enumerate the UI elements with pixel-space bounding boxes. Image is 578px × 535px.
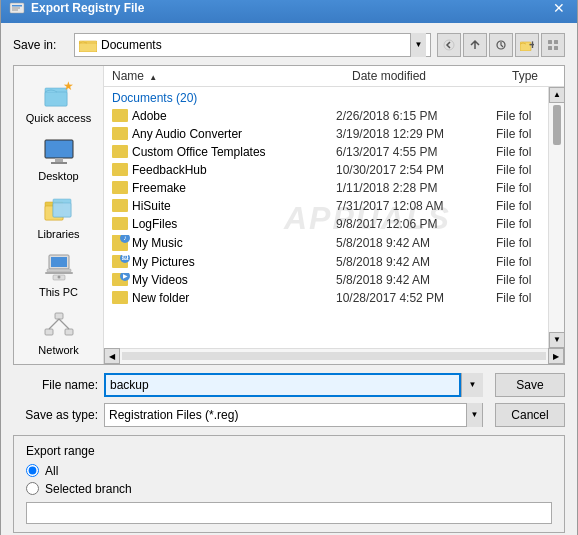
up-button[interactable]: [463, 33, 487, 57]
file-row[interactable]: Any Audio Converter 3/19/2018 12:29 PM F…: [104, 125, 548, 143]
sidebar-item-quick-access[interactable]: ★ Quick access: [19, 74, 99, 128]
scroll-track[interactable]: [549, 103, 564, 332]
file-list-body: Documents (20) Adobe 2/26/2018 6:15 PM F…: [104, 87, 548, 307]
svg-rect-32: [45, 329, 53, 335]
file-row[interactable]: Freemake 1/11/2018 2:28 PM File fol: [104, 179, 548, 197]
svg-line-35: [59, 319, 69, 329]
export-range-title: Export range: [26, 444, 552, 458]
file-row[interactable]: ♪ My Music 5/8/2018 9:42 AM File fol: [104, 233, 548, 253]
desktop-icon: [43, 136, 75, 168]
scroll-thumb[interactable]: [553, 105, 561, 145]
vertical-scrollbar[interactable]: ▲ ▼: [548, 87, 564, 348]
cancel-button-wrap: Cancel: [495, 403, 565, 427]
horizontal-scrollbar[interactable]: ◀ ▶: [104, 348, 564, 364]
svg-rect-14: [554, 46, 558, 50]
file-list-panel: APPUALS Name ▲ Date modified Type: [104, 66, 564, 364]
saveas-row: Save as type: Registration Files (*.reg)…: [13, 403, 565, 427]
scroll-right-button[interactable]: ▶: [548, 348, 564, 364]
toolbar: +: [437, 33, 565, 57]
svg-rect-24: [53, 203, 71, 217]
sidebar-item-this-pc[interactable]: This PC: [19, 248, 99, 302]
file-row[interactable]: New folder 10/28/2017 4:52 PM File fol: [104, 289, 548, 307]
filename-label: File name:: [13, 378, 98, 392]
folder-icon: [112, 217, 128, 230]
svg-rect-28: [45, 272, 73, 274]
file-row[interactable]: ▶ My Videos 5/8/2018 9:42 AM File fol: [104, 271, 548, 289]
svg-rect-13: [548, 46, 552, 50]
file-row[interactable]: LogFiles 9/8/2017 12:06 PM File fol: [104, 215, 548, 233]
file-row[interactable]: HiSuite 7/31/2017 12:08 AM File fol: [104, 197, 548, 215]
all-radio[interactable]: [26, 464, 39, 477]
svg-rect-2: [12, 7, 20, 8]
svg-rect-33: [65, 329, 73, 335]
export-registry-dialog: Export Registry File ✕ Save in: Document…: [0, 0, 578, 535]
folder-icon: [112, 127, 128, 140]
svg-rect-18: [45, 140, 73, 158]
file-row[interactable]: Custom Office Templates 6/13/2017 4:55 P…: [104, 143, 548, 161]
file-list-body-wrap: Documents (20) Adobe 2/26/2018 6:15 PM F…: [104, 87, 564, 348]
selected-branch-label[interactable]: Selected branch: [45, 482, 132, 496]
sidebar-item-libraries[interactable]: Libraries: [19, 190, 99, 244]
branch-input[interactable]: [26, 502, 552, 524]
selected-branch-radio[interactable]: [26, 482, 39, 495]
libraries-icon: [43, 194, 75, 226]
group-header: Documents (20): [104, 87, 548, 107]
scroll-up-button[interactable]: ▲: [549, 87, 564, 103]
svg-rect-16: [45, 92, 67, 106]
svg-text:+: +: [529, 39, 534, 51]
network-label: Network: [38, 344, 78, 356]
svg-rect-27: [47, 269, 71, 272]
saveas-label: Save as type:: [13, 408, 98, 422]
filename-row: File name: ▼ Save: [13, 373, 565, 397]
svg-rect-11: [548, 40, 552, 44]
cancel-button[interactable]: Cancel: [495, 403, 565, 427]
close-button[interactable]: ✕: [549, 0, 569, 18]
col-name-header[interactable]: Name ▲: [104, 69, 344, 83]
folder-icon: [112, 291, 128, 304]
saveas-arrow[interactable]: ▼: [466, 403, 482, 427]
svg-rect-12: [554, 40, 558, 44]
recent-button[interactable]: [489, 33, 513, 57]
sidebar-item-network[interactable]: Network: [19, 306, 99, 360]
save-in-dropdown[interactable]: Documents ▼: [74, 33, 431, 57]
scroll-down-button[interactable]: ▼: [549, 332, 564, 348]
file-list-area[interactable]: Documents (20) Adobe 2/26/2018 6:15 PM F…: [104, 87, 548, 348]
title-bar-left: Export Registry File: [9, 0, 144, 16]
views-button[interactable]: [541, 33, 565, 57]
save-button[interactable]: Save: [495, 373, 565, 397]
filename-dropdown-arrow[interactable]: ▼: [461, 373, 483, 397]
quick-access-icon: ★: [43, 78, 75, 110]
network-icon: [43, 310, 75, 342]
export-range-section: Export range All Selected branch: [13, 435, 565, 533]
svg-rect-31: [55, 313, 63, 319]
libraries-label: Libraries: [37, 228, 79, 240]
file-row[interactable]: Adobe 2/26/2018 6:15 PM File fol: [104, 107, 548, 125]
folder-icon: [112, 163, 128, 176]
all-label[interactable]: All: [45, 464, 58, 478]
dialog-title: Export Registry File: [31, 1, 144, 15]
svg-rect-19: [55, 158, 63, 162]
h-scroll-track[interactable]: [122, 352, 546, 360]
save-in-row: Save in: Documents ▼: [13, 33, 565, 57]
svg-rect-1: [12, 5, 22, 7]
svg-rect-20: [51, 162, 67, 164]
save-in-arrow[interactable]: ▼: [410, 33, 426, 57]
col-type-header: Type: [504, 69, 564, 83]
nav-panel: ★ Quick access Desktop: [14, 66, 104, 364]
col-date-header[interactable]: Date modified: [344, 69, 504, 83]
file-row[interactable]: FeedbackHub 10/30/2017 2:54 PM File fol: [104, 161, 548, 179]
filename-input[interactable]: [104, 373, 461, 397]
sidebar-item-desktop[interactable]: Desktop: [19, 132, 99, 186]
this-pc-label: This PC: [39, 286, 78, 298]
quick-access-label: Quick access: [26, 112, 91, 124]
new-folder-button[interactable]: +: [515, 33, 539, 57]
saveas-dropdown[interactable]: Registration Files (*.reg) ▼: [104, 403, 483, 427]
file-row[interactable]: 🖼 My Pictures 5/8/2018 9:42 AM File fol: [104, 253, 548, 271]
scroll-left-button[interactable]: ◀: [104, 348, 120, 364]
back-button[interactable]: [437, 33, 461, 57]
folder-icon: [112, 109, 128, 122]
title-bar: Export Registry File ✕: [1, 0, 577, 23]
save-in-value: Documents: [101, 38, 162, 52]
main-content: ★ Quick access Desktop: [13, 65, 565, 365]
all-radio-row: All: [26, 464, 552, 478]
